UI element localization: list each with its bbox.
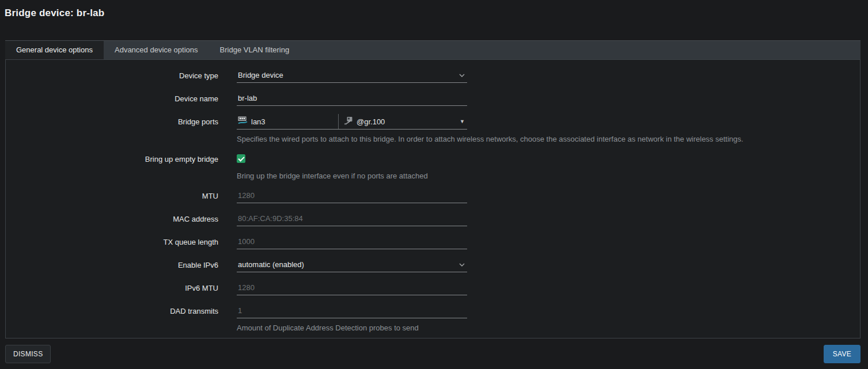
device-type-select[interactable]: Bridge device bbox=[237, 68, 467, 83]
ipv6-mtu-input[interactable] bbox=[237, 280, 467, 295]
device-type-label: Device type bbox=[6, 68, 218, 83]
device-name-label: Device name bbox=[6, 91, 218, 106]
bring-up-empty-bridge-checkbox[interactable] bbox=[237, 154, 245, 163]
page-title: Bridge device: br-lab bbox=[0, 0, 868, 19]
ipv6-mtu-row: IPv6 MTU bbox=[6, 280, 860, 295]
tx-queue-length-input[interactable] bbox=[237, 234, 467, 249]
enable-ipv6-row: Enable IPv6 automatic (enabled) bbox=[6, 257, 860, 272]
enable-ipv6-label: Enable IPv6 bbox=[6, 257, 218, 272]
save-button[interactable]: SAVE bbox=[824, 345, 861, 363]
dad-transmits-input[interactable] bbox=[237, 303, 467, 318]
mac-address-label: MAC address bbox=[6, 211, 218, 226]
general-device-options-panel: Device type Bridge device Device name Br… bbox=[5, 59, 861, 338]
bring-up-empty-bridge-label: Bring up empty bridge bbox=[6, 151, 218, 180]
enable-ipv6-select[interactable]: automatic (enabled) bbox=[237, 257, 467, 272]
bring-up-empty-bridge-row: Bring up empty bridge Bring up the bridg… bbox=[6, 151, 860, 180]
bridge-port-item-gr100[interactable]: @gr.100 bbox=[338, 114, 389, 129]
tab-advanced-device-options[interactable]: Advanced device options bbox=[104, 41, 209, 59]
tab-bridge-vlan-filtering[interactable]: Bridge VLAN filtering bbox=[209, 41, 301, 59]
tab-general-device-options[interactable]: General device options bbox=[5, 41, 104, 59]
ipv6-mtu-label: IPv6 MTU bbox=[6, 280, 218, 295]
bridge-ports-label: Bridge ports bbox=[6, 114, 218, 143]
tx-queue-length-label: TX queue length bbox=[6, 234, 218, 249]
bridge-ports-dropdown[interactable]: lan3 @gr.100 ▼ bbox=[237, 114, 467, 130]
device-name-row: Device name bbox=[6, 91, 860, 106]
dismiss-button[interactable]: DISMISS bbox=[5, 345, 51, 363]
device-type-value: Bridge device bbox=[238, 71, 283, 79]
tab-bar: General device options Advanced device o… bbox=[5, 40, 861, 59]
bring-up-empty-bridge-help: Bring up the bridge interface even if no… bbox=[237, 172, 428, 180]
dropdown-arrow-icon[interactable]: ▼ bbox=[460, 119, 467, 124]
dialog-footer: DISMISS SAVE bbox=[5, 345, 861, 363]
tunnel-port-icon bbox=[344, 116, 353, 127]
dad-transmits-help: Amount of Duplicate Address Detection pr… bbox=[237, 324, 467, 332]
enable-ipv6-value: automatic (enabled) bbox=[238, 260, 304, 269]
bridge-port-item-lan3[interactable]: lan3 bbox=[237, 114, 338, 129]
bridge-ports-help: Specifies the wired ports to attach to t… bbox=[237, 135, 743, 143]
mtu-label: MTU bbox=[6, 188, 218, 203]
mtu-row: MTU bbox=[6, 188, 860, 203]
chevron-down-icon bbox=[459, 74, 465, 77]
mtu-input[interactable] bbox=[237, 188, 467, 203]
bridge-port-item-label: @gr.100 bbox=[357, 117, 385, 126]
dad-transmits-row: DAD transmits Amount of Duplicate Addres… bbox=[6, 303, 860, 332]
bridge-device-dialog: Bridge device: br-lab General device opt… bbox=[0, 0, 868, 369]
tx-queue-length-row: TX queue length bbox=[6, 234, 860, 249]
device-name-input[interactable] bbox=[237, 91, 467, 106]
mac-address-input[interactable] bbox=[237, 211, 467, 226]
device-type-row: Device type Bridge device bbox=[6, 68, 860, 83]
dad-transmits-label: DAD transmits bbox=[6, 303, 218, 332]
ethernet-port-icon bbox=[238, 116, 248, 127]
mac-address-row: MAC address bbox=[6, 211, 860, 226]
bridge-port-item-label: lan3 bbox=[251, 117, 266, 126]
chevron-down-icon bbox=[459, 263, 465, 267]
bridge-ports-row: Bridge ports lan3 bbox=[6, 114, 860, 143]
